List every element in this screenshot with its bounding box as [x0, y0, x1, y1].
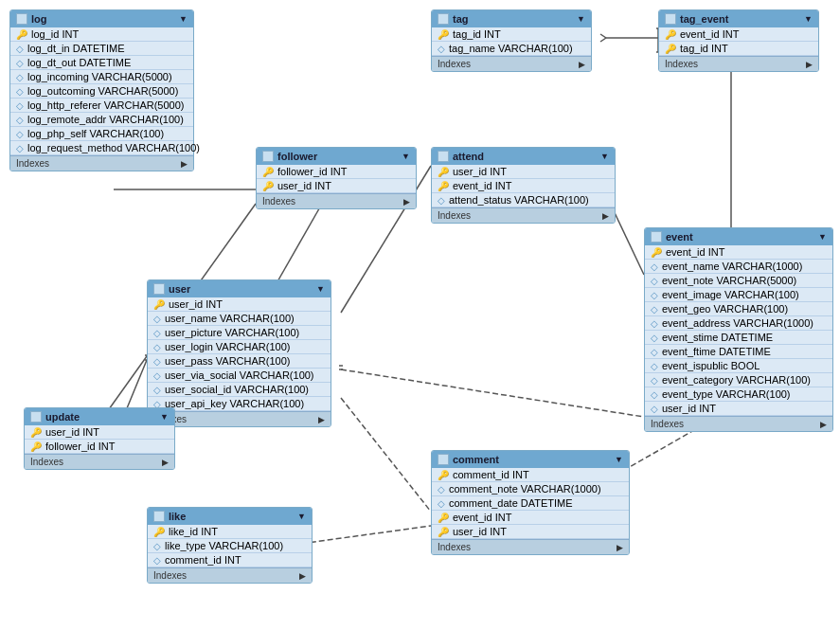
- table-tag[interactable]: tag ▼ 🔑 tag_id INT ◇ tag_name VARCHAR(10…: [431, 9, 592, 72]
- field-row: ◇ event_address VARCHAR(1000): [645, 316, 832, 331]
- field-row: 🔑 event_id INT: [432, 179, 615, 193]
- field-row: 🔑 user_id INT: [432, 165, 615, 179]
- collapse-icon[interactable]: ▼: [297, 512, 306, 521]
- table-user-title: user: [169, 283, 190, 295]
- svg-line-24: [294, 526, 431, 545]
- indexes-arrow: ▶: [181, 159, 188, 169]
- field-row: ◇ log_http_referer VARCHAR(5000): [10, 99, 193, 113]
- indexes-label: Indexes: [30, 457, 63, 467]
- table-log-header[interactable]: log ▼: [10, 10, 193, 27]
- diamond-icon: ◇: [651, 318, 658, 329]
- indexes-row[interactable]: Indexes ▶: [659, 56, 818, 71]
- table-event-title: event: [666, 231, 693, 243]
- indexes-row[interactable]: Indexes ▶: [148, 567, 312, 583]
- table-icon: [153, 283, 165, 295]
- table-like[interactable]: like ▼ 🔑 like_id INT ◇ like_type VARCHAR…: [147, 507, 313, 584]
- key-icon: 🔑: [438, 29, 449, 40]
- field-row: ◇ event_stime DATETIME: [645, 331, 832, 345]
- table-icon: [665, 13, 676, 25]
- table-comment-title: comment: [453, 454, 499, 465]
- table-user[interactable]: user ▼ 🔑 user_id INT ◇ user_name VARCHAR…: [147, 279, 331, 427]
- diamond-icon: ◇: [16, 72, 24, 82]
- table-event-header[interactable]: event ▼: [645, 228, 832, 245]
- collapse-icon[interactable]: ▼: [615, 455, 623, 464]
- table-icon: [438, 13, 449, 25]
- table-follower[interactable]: follower ▼ 🔑 follower_id INT 🔑 user_id I…: [256, 147, 417, 209]
- field-row: ◇ user_name VARCHAR(100): [148, 312, 331, 326]
- indexes-row[interactable]: Indexes ▶: [645, 416, 832, 431]
- table-like-header[interactable]: like ▼: [148, 508, 312, 525]
- table-update-header[interactable]: update ▼: [25, 408, 174, 425]
- table-user-header[interactable]: user ▼: [148, 280, 331, 297]
- table-tag-title: tag: [453, 13, 469, 25]
- field-row: ◇ log_outcoming VARCHAR(5000): [10, 84, 193, 99]
- indexes-label: Indexes: [438, 542, 471, 552]
- table-comment-header[interactable]: comment ▼: [432, 451, 629, 468]
- key-icon: 🔑: [262, 167, 274, 177]
- key-icon: 🔑: [438, 167, 449, 177]
- table-follower-header[interactable]: follower ▼: [257, 148, 416, 165]
- diamond-icon: ◇: [438, 44, 445, 54]
- diamond-icon: ◇: [651, 347, 658, 357]
- indexes-label: Indexes: [651, 419, 684, 429]
- svg-line-17: [341, 369, 644, 417]
- field-row: 🔑 comment_id INT: [432, 468, 629, 482]
- indexes-label: Indexes: [665, 59, 698, 69]
- table-event[interactable]: event ▼ 🔑 event_id INT ◇ event_name VARC…: [644, 227, 833, 432]
- collapse-icon[interactable]: ▼: [179, 14, 188, 24]
- indexes-row[interactable]: Indexes ▶: [432, 207, 615, 223]
- field-row: ◇ event_type VARCHAR(100): [645, 387, 832, 402]
- table-attend-title: attend: [453, 151, 484, 162]
- field-row: 🔑 event_id INT: [659, 27, 818, 42]
- table-attend-header[interactable]: attend ▼: [432, 148, 615, 165]
- field-row: ◇ log_dt_in DATETIME: [10, 42, 193, 56]
- table-update[interactable]: update ▼ 🔑 user_id INT 🔑 follower_id INT…: [24, 407, 175, 470]
- diamond-icon: ◇: [153, 385, 161, 395]
- diamond-icon: ◇: [651, 276, 658, 286]
- table-log[interactable]: log ▼ 🔑 log_id INT ◇ log_dt_in DATETIME …: [9, 9, 194, 171]
- indexes-row[interactable]: Indexes ▶: [432, 56, 591, 71]
- key-icon: 🔑: [153, 299, 165, 310]
- collapse-icon[interactable]: ▼: [402, 152, 410, 161]
- indexes-arrow: ▶: [299, 571, 306, 581]
- table-attend[interactable]: attend ▼ 🔑 user_id INT 🔑 event_id INT ◇ …: [431, 147, 616, 224]
- field-row: 🔑 event_id INT: [432, 511, 629, 525]
- indexes-row[interactable]: Indexes ▶: [10, 155, 193, 171]
- table-comment[interactable]: comment ▼ 🔑 comment_id INT ◇ comment_not…: [431, 450, 630, 555]
- collapse-icon[interactable]: ▼: [818, 232, 827, 242]
- table-icon: [438, 151, 449, 162]
- field-row: 🔑 user_id INT: [25, 425, 174, 440]
- diamond-icon: ◇: [651, 389, 658, 400]
- collapse-icon[interactable]: ▼: [316, 284, 325, 294]
- collapse-icon[interactable]: ▼: [160, 412, 169, 422]
- field-row: 🔑 log_id INT: [10, 27, 193, 42]
- indexes-row[interactable]: Indexes ▶: [25, 454, 174, 469]
- diamond-icon: ◇: [651, 261, 658, 272]
- indexes-row[interactable]: Indexes ▶: [432, 539, 629, 554]
- svg-line-20: [341, 398, 431, 512]
- field-row: ◇ log_request_method VARCHAR(100): [10, 141, 193, 155]
- table-icon: [438, 454, 449, 465]
- field-row: ◇ log_dt_out DATETIME: [10, 56, 193, 70]
- field-row: 🔑 follower_id INT: [25, 440, 174, 454]
- field-row: 🔑 tag_id INT: [432, 27, 591, 42]
- table-icon: [651, 231, 662, 243]
- collapse-icon[interactable]: ▼: [577, 14, 585, 24]
- field-row: ◇ comment_note VARCHAR(1000): [432, 482, 629, 496]
- field-row: ◇ event_note VARCHAR(5000): [645, 274, 832, 288]
- diamond-icon: ◇: [153, 541, 161, 551]
- table-tag-event-header[interactable]: tag_event ▼: [659, 10, 818, 27]
- table-tag-event-title: tag_event: [680, 13, 728, 25]
- diamond-icon: ◇: [651, 404, 658, 414]
- field-row: 🔑 user_id INT: [432, 525, 629, 539]
- table-tag-event[interactable]: tag_event ▼ 🔑 event_id INT 🔑 tag_id INT …: [658, 9, 819, 72]
- field-row: 🔑 user_id INT: [148, 297, 331, 312]
- table-tag-header[interactable]: tag ▼: [432, 10, 591, 27]
- key-icon: 🔑: [438, 181, 449, 191]
- indexes-arrow: ▶: [806, 60, 813, 69]
- collapse-icon[interactable]: ▼: [600, 152, 609, 161]
- indexes-row[interactable]: Indexes ▶: [257, 193, 416, 208]
- field-row: ◇ comment_id INT: [148, 553, 312, 567]
- collapse-icon[interactable]: ▼: [804, 14, 813, 24]
- key-icon: 🔑: [16, 29, 27, 40]
